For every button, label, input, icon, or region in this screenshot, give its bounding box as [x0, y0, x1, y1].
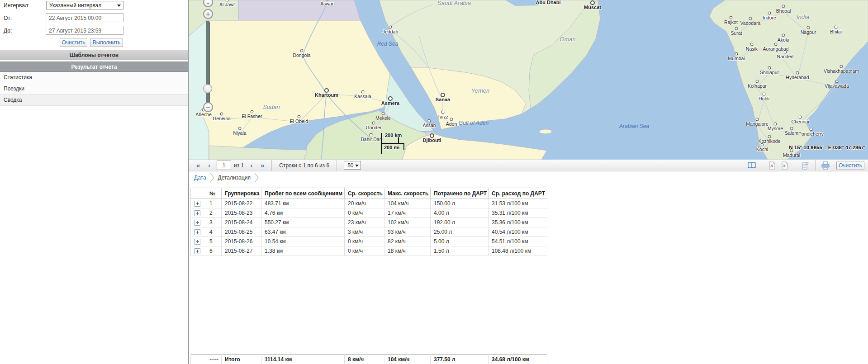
map-coordinates: N 15° 10.9855' : E 038° 47.2867'	[789, 145, 865, 150]
page-size-select[interactable]: 50	[344, 161, 361, 170]
city-marker	[774, 43, 778, 46]
row-expander-icon[interactable]	[194, 229, 200, 235]
map[interactable]: Al JawfAswanJeddahDongolaKhartoumKassala…	[189, 0, 868, 160]
divider	[337, 160, 337, 171]
last-page-button[interactable]: »	[261, 160, 264, 171]
city-marker	[735, 52, 738, 56]
table-header-row: №ГруппировкаПробег по всем сообщениямСр.…	[191, 188, 547, 199]
table-row: 22015-08-234.76 км0 км/ч17 км/ч4.00 л35.…	[191, 208, 547, 218]
sidebar-item-2[interactable]: Поездки	[0, 83, 188, 95]
zoom-out-button[interactable]: −	[203, 102, 213, 112]
max-speed-link[interactable]: 93 км/ч	[384, 227, 431, 237]
city-marker	[382, 112, 385, 115]
map-scale: 200 km 200 mi	[380, 132, 417, 155]
sidebar-item-1[interactable]: Статистика	[0, 72, 188, 83]
city-marker	[774, 123, 777, 126]
max-speed-link[interactable]: 82 км/ч	[384, 237, 431, 246]
map-country-label: Oman	[560, 36, 575, 43]
page-input[interactable]	[217, 161, 231, 170]
table-cell: 40.54 л/100 км	[489, 227, 547, 237]
result-section-header[interactable]: Результат отчета	[0, 61, 188, 72]
table-cell: 108.48 л/100 км	[489, 246, 547, 256]
sidebar-item-3[interactable]: Сводка	[0, 95, 188, 106]
export-file-icon[interactable]	[801, 161, 810, 170]
max-speed-link[interactable]: 18 км/ч	[384, 246, 431, 256]
prev-page-button[interactable]: ‹	[208, 160, 210, 171]
table-cell: 20 км/ч	[345, 199, 384, 208]
clear-result-button[interactable]: Очистить	[836, 161, 864, 170]
city-marker	[372, 122, 375, 125]
row-expander-icon[interactable]	[194, 248, 200, 254]
city-marker	[790, 127, 793, 130]
map-city-label: Muscat	[584, 5, 601, 10]
print-icon[interactable]	[821, 161, 830, 170]
breadcrumb-tab-detail[interactable]: Детализация	[218, 175, 251, 181]
table-column-header: Ср. расход по ДАРТ	[489, 188, 547, 199]
map-city-label: Sholapur	[760, 70, 779, 75]
map-city-label: Madurai	[783, 152, 800, 158]
city-marker	[730, 16, 733, 19]
map-city-label: Kolhapur	[748, 83, 767, 89]
breadcrumb-tab-data[interactable]: Дата	[194, 175, 206, 181]
city-marker	[298, 115, 301, 118]
map-city-label: Asmera	[381, 100, 399, 106]
scale-mi-label: 200 mi	[384, 145, 399, 150]
table-total-row: -----Итого1114.14 км8 км/ч104 км/ч377.50…	[191, 355, 547, 364]
interval-select[interactable]: Указанный интервал	[46, 1, 123, 9]
map-sea-label: Arabian Sea	[619, 123, 649, 129]
report-template-book-icon[interactable]	[747, 161, 756, 170]
zoom-slider-handle[interactable]	[203, 84, 212, 93]
execute-report-button[interactable]: Выполнить	[90, 38, 123, 47]
chevron-down-icon	[117, 5, 121, 7]
total-cell: -----	[206, 355, 222, 364]
zoom-in-button[interactable]: +	[203, 9, 213, 19]
table-column-header: №	[206, 188, 222, 199]
table-column-header: Группировка	[222, 188, 261, 199]
total-expander-cell	[191, 355, 206, 364]
row-expander-icon[interactable]	[194, 220, 200, 226]
divider	[795, 160, 795, 171]
row-expander-icon[interactable]	[194, 210, 200, 216]
city-marker	[441, 111, 445, 114]
templates-section-header[interactable]: Шаблоны отчетов	[0, 50, 188, 60]
chevron-down-icon: ⌄	[206, 0, 210, 5]
table-cell: 2015-08-26	[222, 237, 261, 246]
zoom-slider-track[interactable]	[206, 21, 210, 107]
table-column-header: Пробег по всем сообщениям	[261, 188, 345, 199]
map-city-label: Nasik	[746, 46, 758, 52]
table-cell: 2015-08-25	[222, 227, 261, 237]
first-page-button[interactable]: «	[196, 160, 200, 171]
svg-text:X: X	[783, 164, 786, 168]
export-pdf-icon[interactable]: A	[768, 161, 777, 170]
max-speed-link[interactable]: 104 км/ч	[384, 199, 431, 208]
map-city-label: Indore	[763, 15, 776, 20]
map-country-label: India	[797, 14, 809, 20]
city-marker	[300, 49, 304, 52]
page-count-label: из 1	[234, 162, 244, 169]
table-cell: 550.27 км	[261, 218, 345, 227]
map-sea-label: Red Sea	[377, 41, 398, 47]
from-input[interactable]: 22 Август 2015 00:00	[46, 13, 123, 22]
breadcrumb-chevron-icon	[254, 173, 259, 183]
max-speed-link[interactable]: 17 км/ч	[384, 208, 431, 218]
map-city-label: Bhopal	[776, 8, 791, 14]
table-cell: 3	[206, 218, 222, 227]
map-city-label: Vadodara	[740, 20, 761, 26]
to-input[interactable]: 27 Август 2015 23:59	[46, 26, 123, 35]
table-cell: 3 км/ч	[345, 227, 384, 237]
map-city-label: Aden	[446, 121, 457, 127]
table-cell: 4.00 л	[431, 208, 489, 218]
max-speed-link[interactable]: 102 км/ч	[384, 218, 431, 227]
map-city-label: Dongola	[293, 52, 310, 58]
next-page-button[interactable]: ›	[250, 160, 252, 171]
clear-report-button[interactable]: Очистить	[60, 38, 87, 47]
table-cell: 2015-08-23	[222, 208, 261, 218]
export-excel-icon[interactable]: X	[780, 161, 789, 170]
table-cell: 4	[206, 227, 222, 237]
row-expander-icon[interactable]	[194, 239, 200, 245]
table-cell: 25.00 л	[431, 227, 489, 237]
row-expander-icon[interactable]	[194, 201, 200, 207]
table-column-header: Ср. скорость	[345, 188, 384, 199]
city-marker	[450, 118, 453, 121]
map-city-label: Mysore	[768, 126, 783, 131]
